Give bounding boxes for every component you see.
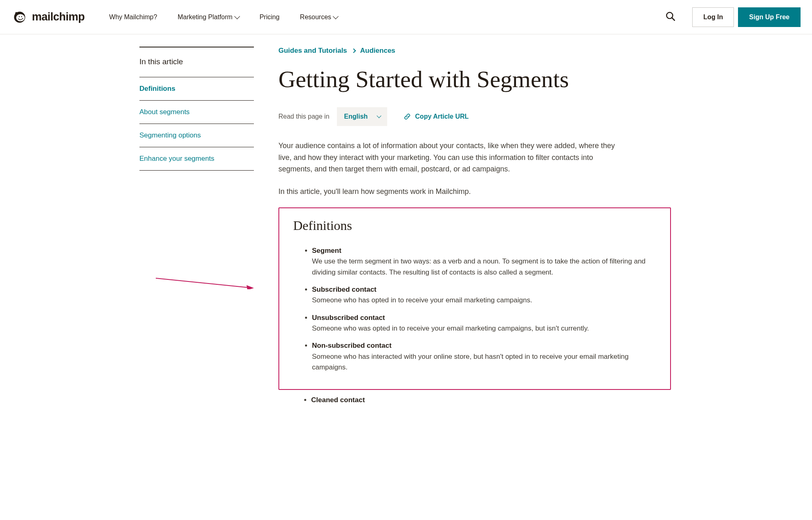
article-meta-row: Read this page in English Copy Article U… [278,107,673,126]
definition-item: Non-subscribed contact Someone who has i… [312,340,658,373]
definition-desc: Someone who has opted in to receive your… [312,296,532,304]
definition-term: Non-subscribed contact [312,340,658,351]
language-value: English [344,113,368,120]
nav-label: Marketing Platform [177,14,232,21]
breadcrumb-guides[interactable]: Guides and Tutorials [278,47,347,55]
svg-point-2 [19,16,20,17]
definitions-heading: Definitions [293,218,658,233]
svg-line-5 [672,18,675,20]
language-select[interactable]: English [337,107,388,126]
definitions-list-continued: Cleaned contact [278,395,671,405]
intro-paragraph-1: Your audience contains a lot of informat… [278,140,618,175]
read-in-label: Read this page in [278,113,330,120]
freddie-icon [11,8,28,26]
definitions-list: Segment We use the term segment in two w… [293,245,658,373]
page-title: Getting Started with Segments [278,66,673,92]
search-icon [665,11,676,22]
nav-resources[interactable]: Resources [300,14,338,21]
definition-desc: We use the term segment in two ways: as … [312,257,646,276]
chevron-down-icon [377,113,381,118]
definition-term: Subscribed contact [312,284,658,295]
chevron-down-icon [333,14,339,19]
definition-item: Subscribed contact Someone who has opted… [312,284,658,306]
article-toc: In this article Definitions About segmen… [139,34,254,412]
definition-desc: Someone who has interacted with your onl… [312,353,628,371]
brand-logo[interactable]: mailchimp [11,8,85,26]
svg-point-3 [21,16,22,17]
intro-paragraph-2: In this article, you'll learn how segmen… [278,186,673,198]
copy-article-url[interactable]: Copy Article URL [404,113,469,120]
nav-pricing[interactable]: Pricing [260,14,280,21]
breadcrumb-audiences[interactable]: Audiences [360,47,395,55]
nav-why-mailchimp[interactable]: Why Mailchimp? [109,14,157,21]
definition-item: Segment We use the term segment in two w… [312,245,658,278]
nav-marketing-platform[interactable]: Marketing Platform [177,14,239,21]
svg-point-1 [16,14,25,21]
login-button[interactable]: Log In [692,7,734,27]
toc-item-about-segments[interactable]: About segments [139,101,254,124]
brand-name: mailchimp [32,11,85,23]
definition-term: Unsubscribed contact [312,313,658,323]
definition-term: Cleaned contact [311,396,365,404]
definition-term: Segment [312,245,658,256]
search-button[interactable] [661,7,680,27]
definition-desc: Someone who was opted in to receive your… [312,324,589,332]
site-header: mailchimp Why Mailchimp? Marketing Platf… [0,0,812,34]
toc-title: In this article [139,57,254,77]
toc-item-definitions[interactable]: Definitions [139,77,254,101]
definition-item: Cleaned contact [311,395,671,405]
page-body: In this article Definitions About segmen… [128,34,684,412]
signup-button[interactable]: Sign Up Free [738,7,801,27]
definitions-section: Definitions Segment We use the term segm… [278,207,673,406]
main-nav: Why Mailchimp? Marketing Platform Pricin… [109,14,338,21]
definitions-highlight-box: Definitions Segment We use the term segm… [278,207,671,390]
chevron-down-icon [234,14,240,19]
nav-label: Pricing [260,14,280,21]
link-icon [404,113,411,120]
article-main: Guides and Tutorials Audiences Getting S… [254,34,673,412]
breadcrumb: Guides and Tutorials Audiences [278,47,673,55]
toc-item-segmenting-options[interactable]: Segmenting options [139,124,254,147]
definition-item: Unsubscribed contact Someone who was opt… [312,313,658,334]
nav-label: Resources [300,14,331,21]
copy-url-label: Copy Article URL [415,113,469,120]
chevron-right-icon [351,48,356,53]
toc-item-enhance-segments[interactable]: Enhance your segments [139,147,254,171]
nav-label: Why Mailchimp? [109,14,157,21]
